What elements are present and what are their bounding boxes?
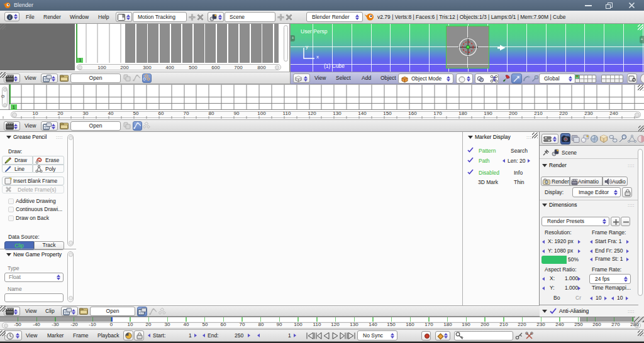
svg-text:y: y (306, 44, 308, 50)
svg-text:i: i (9, 14, 10, 20)
svg-text:x: x (316, 54, 319, 60)
